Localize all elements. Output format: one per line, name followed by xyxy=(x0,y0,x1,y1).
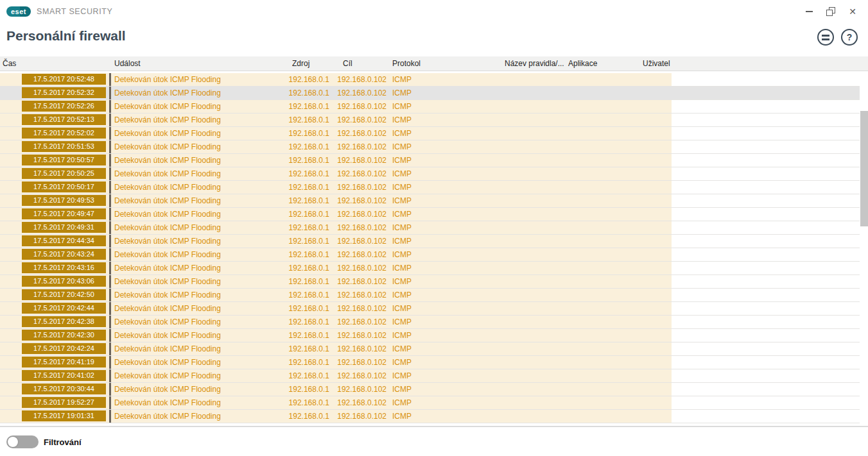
log-row[interactable]: 17.5.2017 20:52:48Detekován útok ICMP Fl… xyxy=(0,73,860,87)
log-row[interactable]: 17.5.2017 20:43:16Detekován útok ICMP Fl… xyxy=(0,262,860,275)
target-cell: 192.168.0.102 xyxy=(324,275,386,288)
target-cell: 192.168.0.102 xyxy=(324,140,386,153)
column-header-aplikace[interactable]: Aplikace xyxy=(568,56,597,71)
target-cell: 192.168.0.102 xyxy=(324,289,386,301)
log-row[interactable]: 17.5.2017 20:52:32Detekován útok ICMP Fl… xyxy=(0,87,860,100)
time-badge: 17.5.2017 20:42:24 xyxy=(22,343,106,354)
log-row[interactable]: 17.5.2017 19:52:27Detekován útok ICMP Fl… xyxy=(0,396,860,410)
protocol-cell: ICMP xyxy=(392,396,412,409)
event-divider-bar xyxy=(109,208,111,221)
event-cell: Detekován útok ICMP Flooding xyxy=(114,167,221,180)
protocol-cell: ICMP xyxy=(392,208,412,221)
restore-button[interactable] xyxy=(824,5,837,18)
protocol-cell: ICMP xyxy=(392,87,412,99)
log-row[interactable]: 17.5.2017 20:41:02Detekován útok ICMP Fl… xyxy=(0,369,860,383)
event-divider-bar xyxy=(109,356,111,369)
protocol-cell: ICMP xyxy=(392,140,412,153)
help-button[interactable]: ? xyxy=(841,29,858,46)
menu-icon xyxy=(822,35,829,37)
target-cell: 192.168.0.102 xyxy=(324,194,386,207)
vertical-scrollbar-thumb[interactable] xyxy=(860,111,868,226)
page-title: Personální firewall xyxy=(6,28,126,44)
event-divider-bar xyxy=(109,342,111,355)
event-divider-bar xyxy=(109,369,111,382)
target-cell: 192.168.0.102 xyxy=(324,383,386,396)
log-row[interactable]: 17.5.2017 20:50:57Detekován útok ICMP Fl… xyxy=(0,154,860,167)
column-header-nazev-pravidla[interactable]: Název pravidla/... xyxy=(505,56,564,71)
source-cell: 192.168.0.1 xyxy=(270,235,329,248)
column-header-cas[interactable]: Čas xyxy=(3,56,16,71)
log-row[interactable]: 17.5.2017 20:50:25Detekován útok ICMP Fl… xyxy=(0,167,860,181)
menu-button[interactable] xyxy=(817,29,834,46)
event-divider-bar xyxy=(109,410,111,423)
log-row[interactable]: 17.5.2017 20:44:34Detekován útok ICMP Fl… xyxy=(0,235,860,248)
time-badge: 17.5.2017 20:41:02 xyxy=(22,370,106,381)
event-divider-bar xyxy=(109,248,111,261)
protocol-cell: ICMP xyxy=(392,262,412,274)
log-row[interactable]: 17.5.2017 20:42:24Detekován útok ICMP Fl… xyxy=(0,342,860,356)
log-row[interactable]: 17.5.2017 20:42:50Detekován útok ICMP Fl… xyxy=(0,289,860,302)
protocol-cell: ICMP xyxy=(392,369,412,382)
column-header-protokol[interactable]: Protokol xyxy=(392,56,421,71)
protocol-cell: ICMP xyxy=(392,316,412,328)
event-cell: Detekován útok ICMP Flooding xyxy=(114,181,221,194)
log-row[interactable]: 17.5.2017 19:01:31Detekován útok ICMP Fl… xyxy=(0,410,860,423)
event-divider-bar xyxy=(109,114,111,126)
title-bar: eset SMART SECURITY ✕ xyxy=(0,0,868,23)
source-cell: 192.168.0.1 xyxy=(270,369,329,382)
log-row[interactable]: 17.5.2017 20:42:38Detekován útok ICMP Fl… xyxy=(0,316,860,329)
filter-toggle-knob[interactable] xyxy=(8,437,18,447)
target-cell: 192.168.0.102 xyxy=(324,396,386,409)
log-row[interactable]: 17.5.2017 20:50:17Detekován útok ICMP Fl… xyxy=(0,181,860,194)
event-cell: Detekován útok ICMP Flooding xyxy=(114,410,221,423)
protocol-cell: ICMP xyxy=(392,73,412,86)
target-cell: 192.168.0.102 xyxy=(324,73,386,86)
filter-toggle[interactable] xyxy=(6,435,39,448)
event-divider-bar xyxy=(109,262,111,274)
column-header-uzivatel[interactable]: Uživatel xyxy=(643,56,670,71)
log-row[interactable]: 17.5.2017 20:49:31Detekován útok ICMP Fl… xyxy=(0,221,860,235)
event-cell: Detekován útok ICMP Flooding xyxy=(114,100,221,113)
log-table-header: Čas Událost Zdroj Cíl Protokol Název pra… xyxy=(0,56,868,71)
log-table-body: 17.5.2017 20:52:48Detekován útok ICMP Fl… xyxy=(0,73,868,423)
product-name: SMART SECURITY xyxy=(37,7,112,16)
log-row[interactable]: 17.5.2017 20:41:19Detekován útok ICMP Fl… xyxy=(0,356,860,369)
event-divider-bar xyxy=(109,275,111,288)
event-cell: Detekován útok ICMP Flooding xyxy=(114,316,221,328)
close-button[interactable]: ✕ xyxy=(846,5,859,18)
column-header-zdroj[interactable]: Zdroj xyxy=(292,56,309,71)
minimize-button[interactable] xyxy=(803,5,815,18)
event-divider-bar xyxy=(109,167,111,180)
event-divider-bar xyxy=(109,302,111,315)
time-badge: 17.5.2017 20:43:16 xyxy=(22,262,106,273)
log-row[interactable]: 17.5.2017 20:52:02Detekován útok ICMP Fl… xyxy=(0,127,860,140)
log-row[interactable]: 17.5.2017 20:51:53Detekován útok ICMP Fl… xyxy=(0,140,860,154)
time-badge: 17.5.2017 20:42:38 xyxy=(22,316,106,327)
log-row[interactable]: 17.5.2017 20:49:47Detekován útok ICMP Fl… xyxy=(0,208,860,221)
time-badge: 17.5.2017 20:42:30 xyxy=(22,330,106,341)
source-cell: 192.168.0.1 xyxy=(270,329,329,342)
log-row[interactable]: 17.5.2017 20:43:06Detekován útok ICMP Fl… xyxy=(0,275,860,289)
log-row[interactable]: 17.5.2017 20:52:13Detekován útok ICMP Fl… xyxy=(0,114,860,127)
protocol-cell: ICMP xyxy=(392,127,412,140)
target-cell: 192.168.0.102 xyxy=(324,221,386,234)
restore-icon xyxy=(826,6,836,17)
source-cell: 192.168.0.1 xyxy=(270,396,329,409)
log-row[interactable]: 17.5.2017 20:43:24Detekován útok ICMP Fl… xyxy=(0,248,860,262)
protocol-cell: ICMP xyxy=(392,383,412,396)
log-row[interactable]: 17.5.2017 20:42:30Detekován útok ICMP Fl… xyxy=(0,329,860,342)
log-row[interactable]: 17.5.2017 20:42:44Detekován útok ICMP Fl… xyxy=(0,302,860,316)
column-header-udalost[interactable]: Událost xyxy=(114,56,141,71)
source-cell: 192.168.0.1 xyxy=(270,140,329,153)
log-row[interactable]: 17.5.2017 20:49:53Detekován útok ICMP Fl… xyxy=(0,194,860,208)
log-row[interactable]: 17.5.2017 20:30:44Detekován útok ICMP Fl… xyxy=(0,383,860,396)
time-badge: 17.5.2017 20:43:24 xyxy=(22,249,106,260)
source-cell: 192.168.0.1 xyxy=(270,262,329,274)
source-cell: 192.168.0.1 xyxy=(270,248,329,261)
source-cell: 192.168.0.1 xyxy=(270,114,329,126)
log-row[interactable]: 17.5.2017 20:52:26Detekován útok ICMP Fl… xyxy=(0,100,860,114)
column-header-cil[interactable]: Cíl xyxy=(343,56,352,71)
target-cell: 192.168.0.102 xyxy=(324,114,386,126)
time-badge: 17.5.2017 20:44:34 xyxy=(22,235,106,246)
event-cell: Detekován útok ICMP Flooding xyxy=(114,302,221,315)
